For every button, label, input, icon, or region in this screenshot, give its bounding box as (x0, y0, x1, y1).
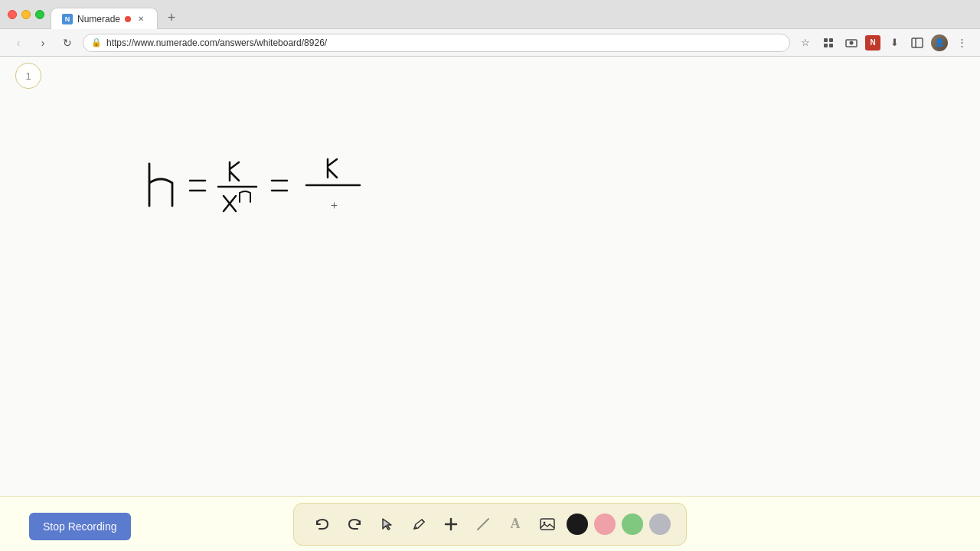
recording-indicator (125, 16, 131, 22)
sidebar-icon[interactable] (908, 34, 926, 52)
stop-recording-button[interactable]: Stop Recording (29, 513, 131, 540)
svg-rect-3 (829, 44, 833, 47)
extensions-icon[interactable] (819, 34, 838, 52)
navigation-toolbar: ‹ › ↻ 🔒 https://www.numerade.com/answers… (0, 29, 980, 57)
drawing-tools: A (293, 503, 687, 546)
undo-button[interactable] (308, 510, 337, 539)
tab-favicon: N (62, 14, 73, 24)
svg-line-17 (478, 519, 488, 530)
back-button[interactable]: ‹ (9, 34, 28, 52)
title-bar: N Numerade ✕ + (0, 0, 980, 29)
formula-container: + (138, 148, 459, 236)
numerade-extension-icon[interactable]: N (865, 35, 880, 51)
toolbar-icons: ☆ N ⬇ (796, 34, 971, 52)
color-gray-button[interactable] (649, 514, 671, 535)
svg-rect-2 (824, 44, 828, 47)
cast-icon[interactable] (842, 34, 861, 52)
formula-svg: + (138, 148, 459, 233)
bookmark-icon[interactable]: ☆ (796, 34, 815, 52)
tab-title: Numerade (77, 14, 120, 24)
svg-rect-18 (541, 519, 554, 530)
profile-avatar[interactable]: 👤 (931, 34, 948, 51)
text-tool-button[interactable]: A (501, 510, 530, 539)
color-pink-button[interactable] (594, 514, 616, 535)
svg-rect-6 (912, 38, 923, 47)
image-tool-button[interactable] (533, 510, 562, 539)
page-indicator: 1 (15, 63, 41, 89)
color-green-button[interactable] (622, 514, 643, 535)
url-text: https://www.numerade.com/answers/whitebo… (106, 37, 327, 48)
browser-window: N Numerade ✕ + ‹ › ↻ 🔒 https://www.numer… (0, 0, 980, 551)
menu-button[interactable]: ⋮ (952, 34, 971, 52)
address-bar[interactable]: 🔒 https://www.numerade.com/answers/white… (83, 34, 790, 52)
svg-point-5 (850, 41, 854, 44)
active-tab[interactable]: N Numerade ✕ (51, 8, 158, 29)
refresh-button[interactable]: ↻ (58, 34, 77, 52)
svg-rect-0 (824, 38, 828, 42)
secure-icon: 🔒 (91, 37, 102, 47)
eraser-tool-button[interactable] (469, 510, 498, 539)
tabs-area: N Numerade ✕ + (51, 0, 972, 28)
forward-button[interactable]: › (34, 34, 52, 52)
bottom-toolbar: Stop Recording (0, 496, 980, 551)
redo-button[interactable] (340, 510, 369, 539)
whiteboard[interactable]: 1 (0, 57, 980, 496)
svg-text:+: + (331, 199, 338, 212)
new-tab-button[interactable]: + (161, 7, 182, 28)
svg-point-19 (544, 521, 546, 523)
maximize-button[interactable] (35, 10, 44, 19)
svg-rect-1 (829, 38, 833, 42)
pen-tool-button[interactable] (404, 510, 433, 539)
close-button[interactable] (8, 10, 17, 19)
select-tool-button[interactable] (372, 510, 401, 539)
minimize-button[interactable] (21, 10, 31, 19)
traffic-lights (8, 10, 44, 19)
tab-close-button[interactable]: ✕ (136, 14, 146, 24)
download-icon[interactable]: ⬇ (885, 34, 903, 52)
add-tool-button[interactable] (436, 510, 466, 539)
content-area: 1 (0, 57, 980, 496)
page-number: 1 (25, 70, 31, 82)
color-black-button[interactable] (567, 514, 588, 535)
